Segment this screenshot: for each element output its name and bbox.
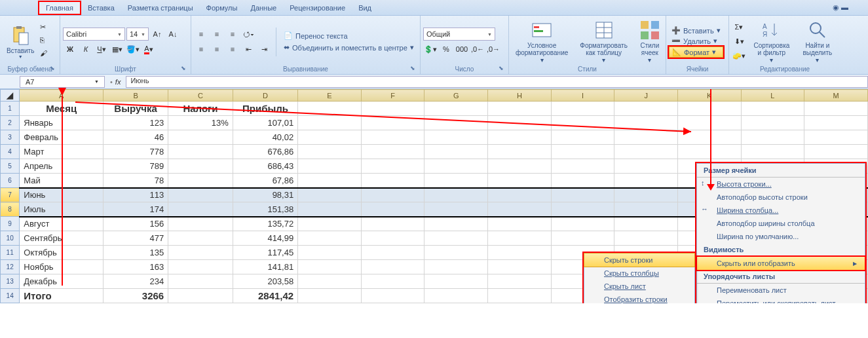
cell[interactable]: Июнь [20,188,104,202]
cell[interactable] [677,145,741,159]
row-header[interactable]: 6 [1,174,20,188]
font-name-combo[interactable]: Calibri▼ [63,28,125,41]
menu-rename-sheet[interactable]: Переименовать лист [697,284,865,297]
cell[interactable]: 3266 [104,289,168,303]
col-header-B[interactable]: B [104,90,168,102]
cell[interactable] [361,246,425,260]
cell[interactable]: 676,86 [233,145,297,159]
select-all-corner[interactable]: ◢ [1,90,20,102]
cell[interactable] [298,217,362,231]
cell[interactable]: Октябрь [20,246,104,260]
row-header[interactable]: 9 [1,217,20,231]
cell[interactable] [425,246,488,260]
cell[interactable]: 414,99 [233,231,297,246]
cell[interactable]: 13% [168,116,233,130]
cell[interactable]: Апрель [20,159,104,174]
cell[interactable] [425,231,488,246]
cell[interactable]: Февраль [20,130,104,145]
cell[interactable] [551,174,614,188]
cell[interactable] [168,260,233,274]
menu-autofit-row[interactable]: Автоподбор высоты строки [697,191,865,204]
cell[interactable]: 135,72 [233,217,297,231]
cell[interactable]: Июль [20,202,104,217]
menu-default-width[interactable]: Ширина по умолчанию... [697,230,865,243]
inc-decimal-icon[interactable]: ,0← [470,43,485,56]
menu-hide-show[interactable]: Скрыть или отобразить▶ [697,257,865,270]
cell[interactable] [425,159,488,174]
cell[interactable]: Налоги [168,102,233,116]
cell[interactable] [168,188,233,202]
grow-font-icon[interactable]: A↑ [150,28,164,41]
col-header-G[interactable]: G [425,90,488,102]
cell[interactable] [551,231,614,246]
comma-icon[interactable]: 000 [455,43,469,56]
row-header[interactable]: 3 [1,130,20,145]
col-header-J[interactable]: J [614,90,678,102]
bold-icon[interactable]: Ж [63,43,77,56]
align-top-icon[interactable]: ≡ [194,28,208,41]
cell[interactable] [298,159,362,174]
autosum-icon[interactable]: Σ▾ [732,21,746,34]
cell[interactable] [488,202,552,217]
row-header[interactable]: 13 [1,274,20,289]
cell[interactable] [677,130,741,145]
cell[interactable] [168,217,233,231]
format-as-table-button[interactable]: Форматировать как таблицу▾ [576,18,632,65]
cell[interactable] [425,289,488,303]
cell[interactable]: Август [20,217,104,231]
cell[interactable] [614,116,678,130]
cell[interactable] [677,102,741,116]
row-header[interactable]: 10 [1,231,20,246]
cell[interactable]: 78 [104,174,168,188]
col-header-E[interactable]: E [298,90,362,102]
cell[interactable]: 117,45 [233,246,297,260]
cell[interactable] [425,174,488,188]
cell[interactable] [361,274,425,289]
currency-icon[interactable]: 💲▾ [423,43,438,56]
cell[interactable]: Прибыль [233,102,297,116]
cell[interactable] [741,116,804,130]
cell[interactable] [361,130,425,145]
cell[interactable] [298,289,362,303]
italic-icon[interactable]: К [79,43,93,56]
cell[interactable]: 686,43 [233,159,297,174]
orientation-icon[interactable]: ⭯▾ [241,28,255,41]
cell[interactable] [168,145,233,159]
cell[interactable] [298,188,362,202]
cell[interactable] [361,260,425,274]
tab-insert[interactable]: Вставка [81,2,121,14]
cell[interactable] [425,217,488,231]
cell[interactable] [551,188,614,202]
number-format-combo[interactable]: Общий▼ [423,28,495,41]
cell[interactable]: 107,01 [233,116,297,130]
cell[interactable] [677,116,741,130]
submenu-show-rows[interactable]: Отобразить строки [584,293,694,303]
cell[interactable]: 778 [104,145,168,159]
cell[interactable] [298,102,362,116]
paste-button[interactable]: Вставить ▼ [3,24,38,60]
tab-home[interactable]: Главная [38,1,81,15]
cell[interactable]: Март [20,145,104,159]
row-header[interactable]: 8 [1,202,20,217]
cell[interactable] [741,130,804,145]
align-center-icon[interactable]: ≡ [210,43,224,56]
cell[interactable] [168,130,233,145]
cell[interactable] [551,217,614,231]
cell[interactable]: 113 [104,188,168,202]
cell[interactable]: 151,38 [233,202,297,217]
col-header-A[interactable]: A [20,90,104,102]
cell[interactable]: 98,31 [233,188,297,202]
cell[interactable] [298,145,362,159]
submenu-hide-sheet[interactable]: Скрыть лист [584,280,694,293]
cell[interactable]: Итого [20,289,104,303]
menu-col-width[interactable]: ↔Ширина столбца... [697,204,865,217]
cell[interactable] [361,102,425,116]
align-right-icon[interactable]: ≡ [225,43,240,56]
cell[interactable] [741,102,804,116]
cell[interactable] [488,289,552,303]
col-header-K[interactable]: K [677,90,741,102]
format-painter-icon[interactable]: 🖌 [40,49,53,61]
row-header[interactable]: 4 [1,145,20,159]
clear-icon[interactable]: 🧽▾ [732,50,746,63]
cell[interactable] [298,274,362,289]
